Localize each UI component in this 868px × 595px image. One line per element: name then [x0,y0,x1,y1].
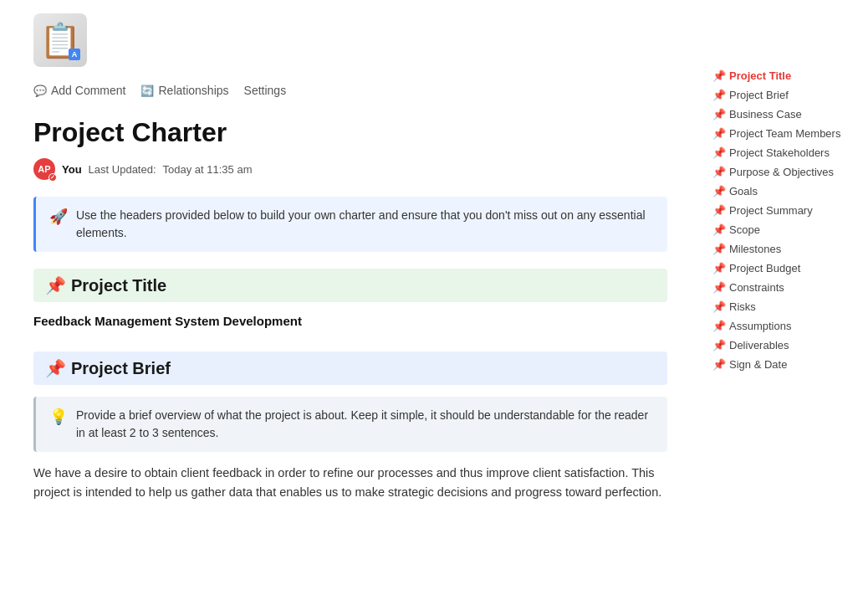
sidebar-item-project-team-members[interactable]: 📌Project Team Members [707,125,855,142]
sidebar-pin-icon: 📌 [712,243,726,255]
sidebar-item-business-case[interactable]: 📌Business Case [707,105,855,123]
sidebar-item-label: Sign & Date [729,358,787,371]
sidebar-item-label: Constraints [729,281,784,294]
app-icon-wrap: 📋 A [33,13,667,67]
sidebar-pin-icon: 📌 [712,320,726,332]
sidebar-item-risks[interactable]: 📌Risks [707,298,855,315]
relationships-label: Relationships [158,84,228,97]
sidebar-item-goals[interactable]: 📌Goals [707,182,855,200]
intro-callout: 🚀 Use the headers provided below to buil… [33,197,667,252]
project-title-value: Feedback Management System Development [33,314,667,328]
sidebar-item-label: Project Stakeholders [729,146,830,159]
sidebar-item-label: Milestones [729,243,781,255]
sidebar-item-label: Project Brief [729,89,789,101]
sidebar-pin-icon: 📌 [712,223,726,236]
project-brief-text: We have a desire to obtain client feedba… [33,464,667,502]
sidebar-item-purpose--objectives[interactable]: 📌Purpose & Objectives [707,163,855,181]
pin-icon-brief: 📌 [45,358,66,378]
relationships-button[interactable]: 🔄 Relationships [140,84,228,97]
rocket-icon: 🚀 [49,208,68,226]
sidebar-item-label: Project Team Members [729,127,840,140]
sidebar-pin-icon: 📌 [712,127,726,140]
sidebar-item-label: Goals [729,185,758,197]
sidebar-pin-icon: 📌 [712,281,726,294]
sidebar-item-label: Purpose & Objectives [729,166,834,178]
add-comment-button[interactable]: 💬 Add Comment [33,84,125,97]
sidebar-pin-icon: 📌 [712,358,726,371]
brief-hint-callout: 💡 Provide a brief overview of what the p… [33,397,667,452]
sidebar-item-deliverables[interactable]: 📌Deliverables [707,336,855,354]
section-brief-label: Project Brief [71,359,171,378]
sidebar-item-label: Risks [729,300,756,313]
author-name: You [62,163,82,176]
author-row: AP ✓ You Last Updated: Today at 11:35 am [33,158,667,180]
sidebar-item-milestones[interactable]: 📌Milestones [707,240,855,258]
settings-button[interactable]: Settings [244,84,287,97]
sidebar-pin-icon: 📌 [712,339,726,351]
timestamp: Today at 11:35 am [163,163,253,176]
section-project-title: 📌 Project Title Feedback Management Syst… [33,269,667,328]
sidebar-item-project-budget[interactable]: 📌Project Budget [707,259,855,277]
avatar: AP ✓ [33,158,55,180]
last-updated-label: Last Updated: [89,163,156,176]
sidebar-item-constraints[interactable]: 📌Constraints [707,279,855,296]
add-comment-label: Add Comment [51,84,125,97]
sidebar-item-sign--date[interactable]: 📌Sign & Date [707,356,855,373]
pin-icon-title: 📌 [45,275,66,295]
sidebar-item-label: Project Title [729,69,791,82]
brief-callout-text: Provide a brief overview of what the pro… [76,407,654,442]
section-header-project-brief: 📌 Project Brief [33,351,667,385]
comment-icon: 💬 [33,84,47,97]
sidebar-pin-icon: 📌 [712,262,726,274]
sidebar-pin-icon: 📌 [712,166,726,178]
sidebar-item-assumptions[interactable]: 📌Assumptions [707,317,855,335]
sidebar-item-project-title[interactable]: 📌Project Title [707,67,855,85]
sidebar-pin-icon: 📌 [712,69,726,82]
sidebar-pin-icon: 📌 [712,204,726,217]
sidebar-item-project-summary[interactable]: 📌Project Summary [707,202,855,219]
sidebar-item-label: Assumptions [729,320,791,332]
sidebar-item-project-stakeholders[interactable]: 📌Project Stakeholders [707,144,855,162]
sidebar-item-label: Project Budget [729,262,800,274]
sidebar-item-label: Project Summary [729,204,813,217]
right-sidebar: 📌Project Title📌Project Brief📌Business Ca… [701,0,868,595]
sidebar-item-label: Deliverables [729,339,789,351]
sidebar-pin-icon: 📌 [712,146,726,159]
settings-label: Settings [244,84,287,97]
relationships-icon: 🔄 [140,84,154,97]
sidebar-item-label: Business Case [729,108,802,121]
section-title-label: Project Title [71,276,166,295]
callout-text: Use the headers provided below to build … [76,207,654,242]
sidebar-item-project-brief[interactable]: 📌Project Brief [707,86,855,104]
section-header-project-title: 📌 Project Title [33,269,667,302]
sidebar-pin-icon: 📌 [712,300,726,313]
avatar-badge: ✓ [49,173,57,182]
toolbar: 💬 Add Comment 🔄 Relationships Settings [33,74,667,110]
bulb-icon: 💡 [49,408,68,426]
sidebar-pin-icon: 📌 [712,185,726,197]
sidebar-item-label: Scope [729,223,760,236]
sidebar-pin-icon: 📌 [712,108,726,121]
app-icon: 📋 A [33,13,87,67]
section-project-brief: 📌 Project Brief 💡 Provide a brief overvi… [33,351,667,502]
sidebar-pin-icon: 📌 [712,89,726,101]
sidebar-item-scope[interactable]: 📌Scope [707,221,855,239]
page-title: Project Charter [33,117,667,148]
